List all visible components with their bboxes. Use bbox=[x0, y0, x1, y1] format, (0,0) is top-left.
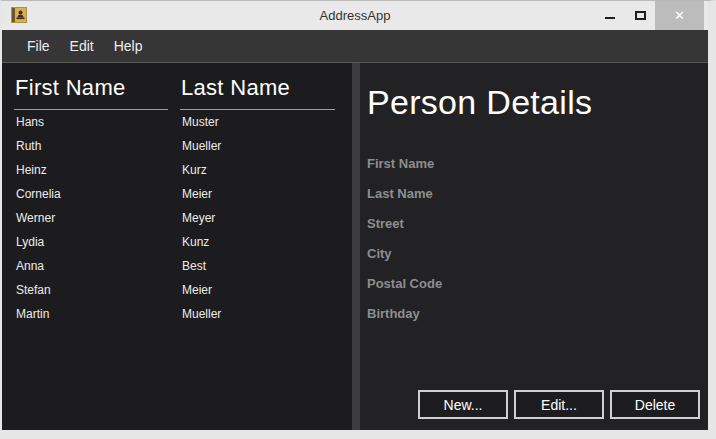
cell-first-name[interactable]: Werner bbox=[14, 206, 168, 230]
app-window: AddressApp ✕ FileEditHelp First Name Las… bbox=[0, 0, 716, 439]
field-label-text: Street bbox=[367, 216, 404, 231]
maximize-button[interactable] bbox=[625, 1, 655, 30]
person-details-fields: First NameLast NameStreetCityPostal Code… bbox=[367, 149, 708, 329]
field-label: Street bbox=[367, 209, 708, 239]
cell-last-name[interactable]: Kunz bbox=[180, 230, 335, 254]
cell-last-name[interactable]: Meyer bbox=[180, 206, 335, 230]
field-label-text: Postal Code bbox=[367, 276, 442, 291]
minimize-button[interactable] bbox=[595, 1, 625, 30]
field-label-text: Last Name bbox=[367, 186, 433, 201]
cell-last-name[interactable]: Mueller bbox=[180, 302, 335, 326]
cell-first-name[interactable]: Lydia bbox=[14, 230, 168, 254]
person-details-pane: Person Details First NameLast NameStreet… bbox=[360, 63, 708, 430]
action-button-bar: New... Edit... Delete bbox=[418, 390, 700, 419]
menu-item-label: File bbox=[27, 38, 50, 54]
titlebar[interactable]: AddressApp ✕ bbox=[2, 1, 708, 30]
column-header-first-name[interactable]: First Name bbox=[14, 75, 168, 110]
field-label-text: City bbox=[367, 246, 392, 261]
column-header-last-name[interactable]: Last Name bbox=[180, 75, 335, 110]
person-table: First Name Last Name Hans Muster Ruth Mu… bbox=[14, 75, 352, 326]
cell-first-name[interactable]: Anna bbox=[14, 254, 168, 278]
field-label: Postal Code bbox=[367, 269, 708, 299]
field-label: First Name bbox=[367, 149, 708, 179]
cell-last-name[interactable]: Mueller bbox=[180, 134, 335, 158]
split-pane-divider[interactable] bbox=[352, 63, 360, 430]
menu-item[interactable]: File bbox=[17, 32, 60, 60]
cell-first-name[interactable]: Stefan bbox=[14, 278, 168, 302]
menu-item[interactable]: Help bbox=[104, 32, 153, 60]
minimize-icon bbox=[605, 17, 615, 19]
new-button[interactable]: New... bbox=[418, 390, 508, 419]
menubar: FileEditHelp bbox=[2, 30, 708, 63]
field-label-text: First Name bbox=[367, 156, 434, 171]
cell-first-name[interactable]: Martin bbox=[14, 302, 168, 326]
person-table-pane: First Name Last Name Hans Muster Ruth Mu… bbox=[2, 63, 352, 430]
cell-last-name[interactable]: Kurz bbox=[180, 158, 335, 182]
cell-first-name[interactable]: Cornelia bbox=[14, 182, 168, 206]
cell-first-name[interactable]: Hans bbox=[14, 110, 168, 134]
cell-last-name[interactable]: Meier bbox=[180, 278, 335, 302]
edit-button[interactable]: Edit... bbox=[514, 390, 604, 419]
menu-item-label: Help bbox=[114, 38, 143, 54]
field-label-text: Birthday bbox=[367, 306, 420, 321]
window-controls: ✕ bbox=[595, 1, 704, 30]
delete-button[interactable]: Delete bbox=[610, 390, 700, 419]
close-button[interactable]: ✕ bbox=[655, 1, 704, 30]
cell-last-name[interactable]: Meier bbox=[180, 182, 335, 206]
menu-item[interactable]: Edit bbox=[60, 32, 104, 60]
menu-item-label: Edit bbox=[70, 38, 94, 54]
close-icon: ✕ bbox=[674, 8, 685, 23]
field-label: City bbox=[367, 239, 708, 269]
field-label: Birthday bbox=[367, 299, 708, 329]
cell-first-name[interactable]: Ruth bbox=[14, 134, 168, 158]
maximize-icon bbox=[635, 11, 646, 20]
content-area: First Name Last Name Hans Muster Ruth Mu… bbox=[2, 63, 708, 430]
field-label: Last Name bbox=[367, 179, 708, 209]
cell-first-name[interactable]: Heinz bbox=[14, 158, 168, 182]
cell-last-name[interactable]: Muster bbox=[180, 110, 335, 134]
person-details-heading: Person Details bbox=[367, 81, 708, 123]
cell-last-name[interactable]: Best bbox=[180, 254, 335, 278]
